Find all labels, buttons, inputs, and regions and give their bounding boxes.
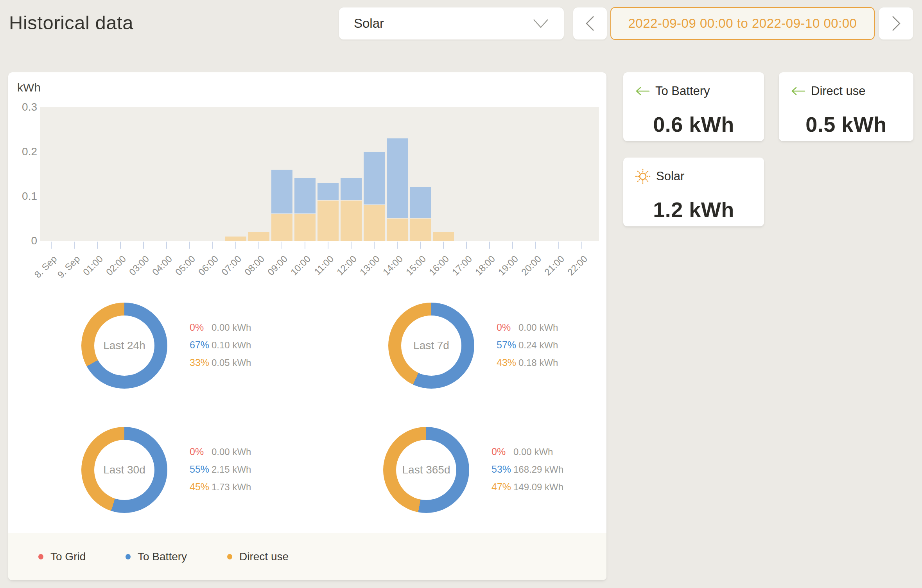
bar-segment[interactable] (225, 237, 246, 241)
donut-stats: 0%0.00 kWh57%0.24 kWh43%0.18 kWh (497, 321, 622, 373)
legend-item-to-grid[interactable]: To Grid (38, 533, 86, 580)
donut-stat-percent: 53% (491, 463, 513, 476)
bar-segment[interactable] (387, 219, 408, 241)
bar-segment[interactable] (294, 214, 316, 241)
axis-tick (420, 242, 421, 249)
bar-segment[interactable] (317, 183, 339, 200)
bar-segment[interactable] (271, 170, 292, 213)
donut-stat-value: 2.15 kWh (212, 464, 251, 475)
x-axis-label: 09:00 (265, 253, 290, 278)
date-range-button[interactable]: 2022-09-09 00:00 to 2022-09-10 00:00 (610, 7, 875, 40)
bar-segment[interactable] (387, 138, 408, 218)
axis-tick (166, 242, 167, 249)
axis-tick (328, 242, 328, 249)
legend-dot (38, 554, 43, 559)
bar-segment[interactable] (364, 205, 385, 241)
donut-stat-row: 45%1.73 kWh (190, 480, 315, 493)
stat-card-value: 1.2 kWh (623, 197, 764, 222)
axis-tick (351, 242, 352, 249)
bar-segment[interactable] (271, 214, 292, 241)
metric-select[interactable]: Solar (339, 7, 564, 40)
y-axis-label: 0 (8, 235, 37, 247)
page-title: Historical data (9, 12, 133, 34)
x-axis-label: 16:00 (427, 253, 451, 278)
chevron-left-icon (585, 15, 595, 32)
donut-stat-percent: 45% (190, 480, 212, 493)
donut-chart-last-30d[interactable]: Last 30d (81, 427, 167, 513)
donut-stat-row: 43%0.18 kWh (497, 356, 622, 369)
axis-tick (282, 242, 282, 249)
x-axis-label: 9. Sep (55, 253, 82, 280)
x-axis-label: 06:00 (196, 253, 221, 278)
chart-legend: To GridTo BatteryDirect use (8, 533, 606, 580)
x-axis-label: 08:00 (242, 253, 267, 278)
donut-hole: Last 24h (94, 316, 154, 376)
stat-card-value: 0.5 kWh (779, 112, 913, 136)
donut-chart-last-24h[interactable]: Last 24h (81, 303, 167, 389)
bar-segment[interactable] (410, 187, 431, 218)
donut-stat-value: 0.00 kWh (212, 446, 251, 457)
donut-stat-percent: 33% (190, 356, 212, 369)
donut-stat-percent: 0% (491, 445, 513, 458)
y-axis-label: 0.3 (8, 101, 37, 113)
stat-card-label: Solar (656, 169, 684, 183)
donut-stat-row: 0%0.00 kWh (190, 321, 315, 334)
x-axis-label: 02:00 (104, 253, 128, 278)
donut-stat-percent: 57% (497, 338, 518, 351)
bar-segment[interactable] (248, 232, 269, 241)
legend-dot (126, 554, 131, 559)
legend-label: To Battery (138, 550, 187, 563)
stat-card-label: Direct use (811, 84, 866, 98)
donut-stat-percent: 47% (491, 480, 513, 493)
x-axis-label: 12:00 (335, 253, 359, 278)
prev-period-button[interactable] (573, 7, 607, 40)
x-axis-label: 14:00 (381, 253, 405, 278)
x-axis-label: 19:00 (496, 253, 520, 278)
donut-hole: Last 365d (396, 440, 456, 500)
axis-tick (512, 242, 513, 249)
donut-stat-row: 53%168.29 kWh (491, 463, 617, 476)
x-axis-label: 01:00 (81, 253, 105, 278)
x-axis-label: 05:00 (173, 253, 197, 278)
donut-stat-percent: 67% (190, 338, 212, 351)
donut-stats: 0%0.00 kWh53%168.29 kWh47%149.09 kWh (491, 445, 617, 498)
donut-stat-value: 149.09 kWh (513, 482, 563, 492)
bar-segment[interactable] (294, 178, 316, 213)
donut-center-label: Last 24h (103, 339, 145, 352)
axis-tick (443, 242, 444, 249)
bar-segment[interactable] (364, 152, 385, 204)
donut-center-label: Last 7d (413, 339, 449, 352)
legend-label: To Grid (50, 550, 86, 563)
axis-tick (143, 242, 144, 249)
axis-tick (189, 242, 190, 249)
donut-stat-value: 0.00 kWh (518, 322, 558, 333)
axis-tick (305, 242, 305, 249)
chart-unit-label: kWh (17, 81, 41, 94)
x-axis-label: 8. Sep (32, 253, 59, 280)
legend-item-direct-use[interactable]: Direct use (227, 533, 289, 580)
bar-segment[interactable] (317, 201, 339, 241)
donut-stat-row: 57%0.24 kWh (497, 338, 622, 351)
legend-item-to-battery[interactable]: To Battery (126, 533, 187, 580)
stat-card-solar: Solar 1.2 kWh (623, 158, 764, 226)
bar-segment[interactable] (410, 219, 431, 241)
x-axis-label: 15:00 (404, 253, 428, 278)
x-axis-label: 22:00 (565, 253, 590, 278)
next-period-button[interactable] (879, 7, 913, 40)
axis-tick (51, 242, 52, 249)
bar-segment[interactable] (341, 178, 362, 200)
axis-tick (374, 242, 375, 249)
donut-stat-value: 0.24 kWh (518, 340, 558, 350)
sun-icon (635, 169, 651, 184)
donut-chart-last-365d[interactable]: Last 365d (383, 427, 469, 513)
bar-segment[interactable] (341, 201, 362, 241)
bar-segment[interactable] (433, 232, 454, 241)
axis-tick (74, 242, 75, 249)
donut-center-label: Last 30d (103, 464, 145, 476)
donut-stat-value: 0.18 kWh (518, 357, 558, 368)
donut-stat-value: 0.00 kWh (513, 446, 553, 457)
donut-stat-percent: 0% (190, 445, 212, 458)
x-axis-label: 03:00 (127, 253, 151, 278)
donut-stat-row: 67%0.10 kWh (190, 338, 315, 351)
donut-chart-last-7d[interactable]: Last 7d (388, 303, 474, 389)
